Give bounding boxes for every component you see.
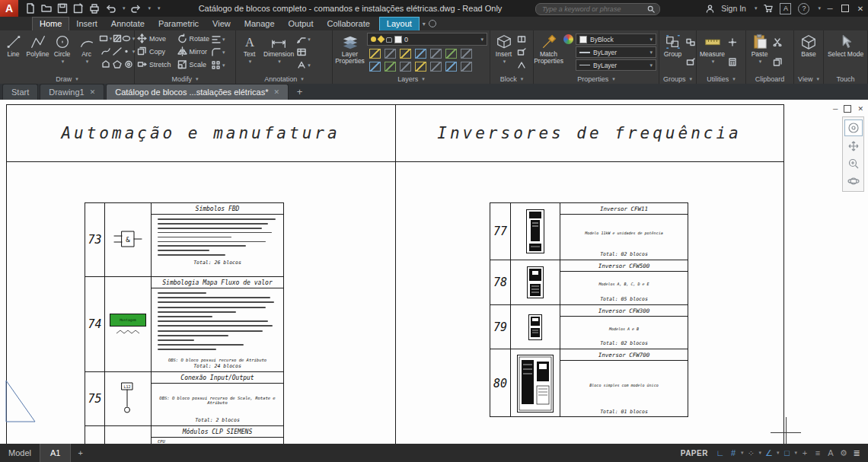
layout-space-icon[interactable]: ∟ xyxy=(714,446,726,460)
rectangle-icon[interactable]: ▾ xyxy=(99,34,113,43)
mirror-button[interactable]: Mirror xyxy=(177,46,210,58)
help-icon[interactable]: ? xyxy=(798,3,809,14)
undo-icon[interactable] xyxy=(105,4,116,14)
polyline-button[interactable]: Polyline xyxy=(27,32,49,72)
group-edit-icon[interactable] xyxy=(686,58,695,66)
close-tab-icon[interactable]: ✕ xyxy=(90,88,96,96)
layer-select-dropdown[interactable]: 0 ▾ xyxy=(367,33,487,46)
base-button[interactable]: Base xyxy=(798,32,820,72)
autodesk-app-icon[interactable]: A xyxy=(780,3,791,14)
spline-icon[interactable] xyxy=(101,47,110,56)
trim-icon[interactable]: ▾ xyxy=(212,35,225,43)
drawing-canvas[interactable]: Automação e manufatura Inversores de fre… xyxy=(0,100,868,444)
text-button[interactable]: A Text▾ xyxy=(238,32,260,72)
new-drawing-tab-button[interactable]: + xyxy=(293,85,306,98)
block-panel-label[interactable]: Block▾ xyxy=(490,74,533,84)
layer-freeze-icon[interactable] xyxy=(400,49,411,59)
search-input[interactable] xyxy=(541,5,644,14)
text-style-icon[interactable]: ▾ xyxy=(297,61,311,69)
copy-clip-icon[interactable] xyxy=(773,58,782,66)
layers-panel-label[interactable]: Layers▾ xyxy=(333,75,490,84)
help-dropdown-icon[interactable]: ▾ xyxy=(818,5,821,11)
layer-unlock-icon[interactable] xyxy=(386,37,392,43)
donut-icon[interactable] xyxy=(124,60,133,69)
close-tab-icon[interactable]: ✕ xyxy=(273,88,279,96)
ungroup-icon[interactable] xyxy=(686,38,695,46)
lineweight-display-icon[interactable]: ≡ xyxy=(812,446,824,460)
layer-match-icon[interactable] xyxy=(445,49,457,59)
plot-icon[interactable] xyxy=(89,4,100,14)
layer-dropdown-arrow-icon[interactable]: ▾ xyxy=(480,37,483,43)
circle-button[interactable]: Circle▾ xyxy=(51,32,73,72)
table-icon[interactable] xyxy=(297,48,311,56)
touch-panel-label[interactable]: Touch xyxy=(824,74,867,84)
object-color-dropdown[interactable]: ByBlock ▾ xyxy=(576,33,656,45)
layer-thaw-icon[interactable] xyxy=(378,36,385,43)
pan-button[interactable] xyxy=(845,139,862,154)
id-point-icon[interactable] xyxy=(728,38,737,46)
tab-collaborate[interactable]: Collaborate xyxy=(321,18,377,30)
file-tab-start[interactable]: Start xyxy=(2,84,38,100)
group-button[interactable]: Group xyxy=(662,32,684,72)
object-snap-icon[interactable]: □ xyxy=(780,446,793,460)
layer-on-icon[interactable] xyxy=(371,37,376,42)
hamburger-menu-icon[interactable]: ≣ xyxy=(850,446,863,460)
layer-properties-button[interactable]: Layer Properties xyxy=(335,32,365,73)
new-file-icon[interactable] xyxy=(25,4,36,14)
hatch-icon[interactable] xyxy=(113,34,122,43)
layer-vpfreeze-icon[interactable] xyxy=(461,62,472,72)
make-current-icon[interactable] xyxy=(430,49,442,59)
tab-manage[interactable]: Manage xyxy=(238,18,282,30)
user-icon[interactable] xyxy=(706,5,714,13)
linetype-dropdown[interactable]: ByLayer ▾ xyxy=(576,59,656,71)
file-tab-catalogo[interactable]: Catálogo de blocos ...stalações elétrica… xyxy=(106,84,289,100)
dynamic-input-icon[interactable]: + xyxy=(799,446,811,460)
quick-calc-icon[interactable] xyxy=(728,58,737,66)
cut-icon[interactable] xyxy=(773,38,782,46)
save-as-icon[interactable] xyxy=(73,4,84,14)
utilities-panel-label[interactable]: Utilities▾ xyxy=(697,74,745,84)
grid-icon[interactable]: # xyxy=(727,446,739,460)
fillet-icon[interactable]: ▾ xyxy=(212,48,225,56)
layer-state-icon[interactable] xyxy=(400,62,411,72)
dimension-button[interactable]: Dimension▾ xyxy=(263,32,295,72)
arc-button[interactable]: Arc▾ xyxy=(75,32,97,72)
draw-panel-label[interactable]: Draw▾ xyxy=(0,74,134,84)
file-tab-drawing1[interactable]: Drawing1 ✕ xyxy=(40,84,104,100)
cart-icon[interactable] xyxy=(764,4,773,13)
polar-dropdown-icon[interactable]: ▾ xyxy=(777,450,780,456)
tab-layout-contextual[interactable]: Layout xyxy=(379,17,420,30)
lineweight-dropdown[interactable]: ByLayer ▾ xyxy=(576,46,656,58)
open-folder-icon[interactable] xyxy=(41,4,52,14)
undo-dropdown-icon[interactable]: ▾ xyxy=(123,5,126,11)
ribbon-cycle-icon[interactable] xyxy=(429,20,436,27)
redo-dropdown-icon[interactable]: ▾ xyxy=(148,5,152,11)
layer-color-swatch[interactable] xyxy=(394,36,402,43)
tab-annotate[interactable]: Annotate xyxy=(104,18,152,30)
paste-button[interactable]: Paste▾ xyxy=(748,32,771,72)
properties-panel-label[interactable]: Properties▾ xyxy=(534,74,659,84)
gear-icon[interactable]: ⚙ xyxy=(838,446,850,460)
layer-lock-icon[interactable] xyxy=(415,49,426,59)
ribbon-panel-dropdown-icon[interactable]: ▾ xyxy=(420,21,429,30)
create-block-icon[interactable] xyxy=(517,35,526,43)
tab-output[interactable]: Output xyxy=(282,18,321,30)
groups-panel-label[interactable]: Groups▾ xyxy=(659,74,696,84)
clipboard-panel-label[interactable]: Clipboard xyxy=(746,74,793,84)
snap-dropdown-icon[interactable]: ▾ xyxy=(758,450,761,456)
copy-button[interactable]: Copy xyxy=(137,46,171,58)
new-layout-button[interactable]: + xyxy=(71,448,89,457)
snap-icon[interactable]: ⁘ xyxy=(745,446,757,460)
viewport-minimize-icon[interactable]: ─ xyxy=(833,105,838,113)
redo-icon[interactable] xyxy=(131,4,142,14)
tab-view[interactable]: View xyxy=(206,18,238,30)
space-indicator[interactable]: PAPER xyxy=(681,449,708,457)
layer-delete-icon[interactable] xyxy=(430,62,442,72)
point-icon[interactable]: ▾ xyxy=(122,47,136,56)
ellipse-icon[interactable]: ▾ xyxy=(122,34,136,43)
save-icon[interactable] xyxy=(57,4,68,14)
layer-copy-icon[interactable] xyxy=(445,62,457,72)
annotation-visibility-icon[interactable]: A xyxy=(825,446,837,460)
annotation-panel-label[interactable]: Annotation▾ xyxy=(236,74,332,84)
navigation-wheel-button[interactable] xyxy=(844,119,863,136)
